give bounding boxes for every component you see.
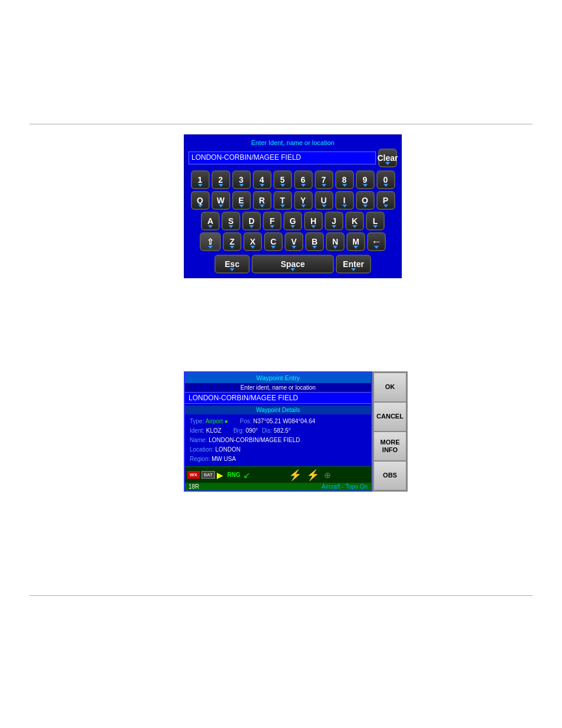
key-q[interactable]: Q bbox=[191, 191, 210, 210]
pos-label: Pos: N37°05.21 W084°04.64 bbox=[240, 417, 315, 426]
key-x[interactable]: X bbox=[243, 232, 262, 251]
key-r[interactable]: R bbox=[253, 191, 272, 210]
key-g[interactable]: G bbox=[283, 212, 302, 230]
runway-label-bar: 18R Aircraft - Topo On bbox=[185, 483, 371, 490]
key-n[interactable]: N bbox=[326, 232, 345, 251]
key-w[interactable]: W bbox=[211, 191, 230, 210]
keyboard-row-numbers: 1 2 3 4 5 6 7 8 9 0 bbox=[189, 170, 397, 189]
key-y[interactable]: Y bbox=[294, 191, 313, 210]
aircraft-status-text: Aircraft - Topo On bbox=[322, 483, 368, 490]
key-a[interactable]: A bbox=[201, 212, 220, 230]
key-k[interactable]: K bbox=[345, 212, 364, 230]
enter-key[interactable]: Enter bbox=[336, 255, 371, 274]
divider-top bbox=[29, 124, 533, 124]
key-b[interactable]: B bbox=[305, 232, 324, 251]
waypoint-status-bar: WX BAT ▶ RNG ↙ ⚡ ⚡ ⊕ bbox=[185, 466, 371, 483]
bat-icon: BAT bbox=[201, 471, 215, 479]
keyboard-row-zxcv: ⇧ Z X C V B N M ← bbox=[189, 232, 397, 251]
type-label: Type: Airport ● bbox=[190, 417, 228, 426]
waypoint-region-row: Region: MW USA bbox=[190, 454, 366, 464]
key-i[interactable]: I bbox=[335, 191, 354, 210]
key-s[interactable]: S bbox=[222, 212, 240, 230]
cancel-button[interactable]: CANCEL bbox=[373, 402, 406, 431]
keyboard-input-row: LONDON-CORBIN/MAGEE FIELD Clear bbox=[189, 149, 397, 167]
waypoint-ident-row: Ident: KLOZ Brg: 090° Dis: 582.5° bbox=[190, 426, 366, 436]
key-0[interactable]: 0 bbox=[376, 170, 395, 189]
key-5[interactable]: 5 bbox=[273, 170, 292, 189]
waypoint-input-display: LONDON-CORBIN/MAGEE FIELD bbox=[185, 392, 371, 404]
space-key[interactable]: Space bbox=[252, 255, 334, 274]
esc-key[interactable]: Esc bbox=[214, 255, 250, 274]
keyboard-row-qwerty: Q W E R T Y U I O P bbox=[189, 191, 397, 210]
key-p[interactable]: P bbox=[376, 191, 395, 210]
wx-icon: WX bbox=[187, 471, 200, 479]
key-c[interactable]: C bbox=[264, 232, 283, 251]
key-u[interactable]: U bbox=[315, 191, 333, 210]
key-e[interactable]: E bbox=[232, 191, 251, 210]
nav-icon: ▶ bbox=[217, 470, 223, 480]
obs-button[interactable]: OBS bbox=[373, 461, 406, 490]
backspace-key[interactable]: ← bbox=[367, 232, 386, 251]
keyboard-header: Enter Ident, name or location bbox=[189, 139, 397, 146]
runway-label: 18R bbox=[189, 483, 199, 490]
tower-icons-area: ⚡ ⚡ ⊕ bbox=[250, 469, 369, 482]
key-9[interactable]: 9 bbox=[356, 170, 375, 189]
key-m[interactable]: M bbox=[346, 232, 365, 251]
key-1[interactable]: 1 bbox=[191, 170, 210, 189]
key-j[interactable]: J bbox=[325, 212, 343, 230]
keyboard-rows: 1 2 3 4 5 6 7 8 9 0 Q W E R T Y U I bbox=[189, 170, 397, 274]
key-d[interactable]: D bbox=[242, 212, 261, 230]
key-4[interactable]: 4 bbox=[253, 170, 272, 189]
rng-label: RNG bbox=[227, 472, 240, 478]
keyboard-row-bottom: Esc Space Enter bbox=[189, 255, 397, 274]
ok-button[interactable]: OK bbox=[373, 373, 406, 402]
waypoint-type-row: Type: Airport ● Pos: N37°05.21 W084°04.6… bbox=[190, 417, 366, 426]
key-8[interactable]: 8 bbox=[335, 170, 354, 189]
tower-icon-1: ⚡ bbox=[289, 469, 302, 482]
key-z[interactable]: Z bbox=[223, 232, 242, 251]
waypoint-name-row: Name: LONDON-CORBIN/MAGEE FIELD bbox=[190, 436, 366, 445]
shift-key[interactable]: ⇧ bbox=[200, 232, 221, 251]
waypoint-panel-container: Waypoint Entry Enter ident, name or loca… bbox=[184, 371, 408, 492]
keyboard-panel: Enter Ident, name or location LONDON-COR… bbox=[184, 134, 402, 278]
key-2[interactable]: 2 bbox=[211, 170, 230, 189]
page-container: Enter Ident, name or location LONDON-COR… bbox=[0, 0, 562, 728]
airport-dot-icon: ● bbox=[224, 418, 228, 424]
key-o[interactable]: O bbox=[356, 191, 375, 210]
key-v[interactable]: V bbox=[285, 232, 303, 251]
keyboard-row-asdf: A S D F G H J K L bbox=[189, 212, 397, 230]
tower-icon-2: ⚡ bbox=[306, 469, 319, 482]
waypoint-main: Waypoint Entry Enter ident, name or loca… bbox=[184, 371, 372, 492]
ident-label: Ident: KLOZ bbox=[190, 426, 222, 436]
waypoint-details-title: Waypoint Details bbox=[185, 406, 371, 414]
arrow-icon: ↙ bbox=[243, 470, 250, 480]
keyboard-input-display: LONDON-CORBIN/MAGEE FIELD bbox=[189, 151, 376, 164]
key-f[interactable]: F bbox=[263, 212, 282, 230]
clear-button[interactable]: Clear bbox=[378, 149, 397, 167]
waypoint-details-body: Type: Airport ● Pos: N37°05.21 W084°04.6… bbox=[185, 414, 371, 466]
key-3[interactable]: 3 bbox=[232, 170, 251, 189]
key-l[interactable]: L bbox=[366, 212, 385, 230]
more-info-button[interactable]: MORE INFO bbox=[373, 431, 406, 461]
divider-bottom bbox=[29, 595, 533, 596]
key-h[interactable]: H bbox=[304, 212, 323, 230]
waypoint-search-label: Enter ident, name or location bbox=[185, 383, 371, 392]
waypoint-sidebar: OK CANCEL MORE INFO OBS bbox=[372, 371, 408, 492]
key-7[interactable]: 7 bbox=[315, 170, 333, 189]
marker-icon: ⊕ bbox=[324, 470, 331, 480]
status-icons: WX BAT ▶ RNG ↙ bbox=[187, 470, 250, 480]
key-t[interactable]: T bbox=[273, 191, 292, 210]
waypoint-title: Waypoint Entry bbox=[185, 373, 371, 383]
waypoint-location-row: Location: LONDON bbox=[190, 445, 366, 454]
key-6[interactable]: 6 bbox=[294, 170, 313, 189]
brg-dis-label: Brg: 090° Dis: 582.5° bbox=[233, 426, 291, 436]
